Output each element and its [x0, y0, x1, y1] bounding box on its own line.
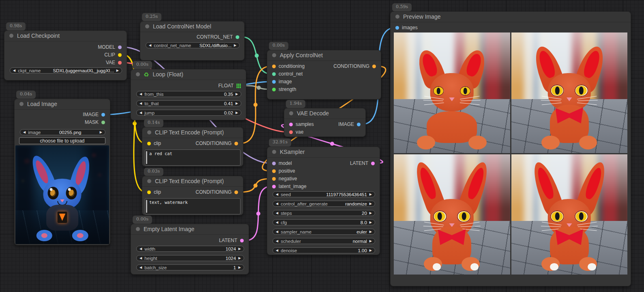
- node-clip-text-encode-negative[interactable]: 0.03s CLIP Text Encode (Prompt) clip CON…: [142, 176, 243, 215]
- prev-arrow-icon[interactable]: ◀: [140, 266, 142, 269]
- input-dot-clip[interactable]: [147, 190, 151, 194]
- prev-arrow-icon[interactable]: ◀: [23, 131, 26, 134]
- seed-widget[interactable]: ◀seed1119775536436451▶: [273, 191, 375, 197]
- to-that-widget[interactable]: ◀to_that0.41▶: [136, 100, 241, 106]
- from-this-widget[interactable]: ◀from_this0.35▶: [136, 91, 241, 97]
- input-dot-vae[interactable]: [289, 130, 293, 134]
- preview-image-2[interactable]: [511, 32, 628, 153]
- output-dot-latent[interactable]: [371, 162, 375, 165]
- prompt-text-area[interactable]: a red cat: [145, 149, 240, 166]
- prev-arrow-icon[interactable]: ◀: [140, 247, 142, 251]
- collapse-dot[interactable]: [136, 227, 140, 231]
- collapse-dot[interactable]: [9, 34, 13, 38]
- input-dot-images[interactable]: [395, 26, 399, 30]
- input-dot-conditioning[interactable]: [272, 65, 276, 68]
- next-arrow-icon[interactable]: ▶: [369, 221, 372, 224]
- prev-arrow-icon[interactable]: ◀: [13, 69, 15, 72]
- input-dot-samples[interactable]: [289, 123, 293, 126]
- loaded-image-preview[interactable]: [15, 145, 109, 244]
- image-file-widget[interactable]: ◀ image 00255.png ▶: [20, 129, 105, 135]
- collapse-dot[interactable]: [395, 15, 399, 19]
- output-dot-conditioning[interactable]: [372, 65, 376, 68]
- node-apply-controlnet[interactable]: 0.00s Apply ControlNet conditioning cont…: [267, 50, 381, 99]
- prev-arrow-icon[interactable]: ◀: [140, 111, 142, 115]
- next-arrow-icon[interactable]: ▶: [116, 69, 119, 72]
- next-arrow-icon[interactable]: ▶: [369, 240, 372, 243]
- next-arrow-icon[interactable]: ▶: [236, 102, 238, 105]
- control-net-name-widget[interactable]: ◀ control_net_name SDXL/diffusio... ▶: [146, 42, 240, 48]
- prev-arrow-icon[interactable]: ◀: [276, 221, 278, 224]
- next-arrow-icon[interactable]: ▶: [100, 131, 102, 134]
- scheduler-widget[interactable]: ◀schedulernormal▶: [273, 238, 375, 244]
- next-arrow-icon[interactable]: ▶: [238, 257, 241, 260]
- prev-arrow-icon[interactable]: ◀: [276, 249, 278, 252]
- node-ksampler[interactable]: 32.91s KSampler model positive negative …: [267, 147, 380, 255]
- output-dot-conditioning[interactable]: [234, 142, 238, 145]
- next-arrow-icon[interactable]: ▶: [236, 93, 238, 96]
- next-arrow-icon[interactable]: ▶: [238, 247, 241, 251]
- input-dot-model[interactable]: [272, 162, 276, 165]
- next-arrow-icon[interactable]: ▶: [369, 249, 372, 252]
- prev-arrow-icon[interactable]: ◀: [140, 93, 142, 96]
- node-load-controlnet-model[interactable]: 0.25s Load ControlNet Model CONTROL_NET …: [140, 21, 245, 61]
- input-dot-image[interactable]: [272, 80, 276, 84]
- prev-arrow-icon[interactable]: ◀: [276, 193, 278, 196]
- textarea-scrollbar[interactable]: [146, 200, 147, 213]
- preview-image-1[interactable]: [394, 32, 510, 153]
- preview-image-3[interactable]: [394, 154, 510, 275]
- collapse-dot[interactable]: [272, 53, 276, 57]
- collapse-dot[interactable]: [272, 150, 276, 154]
- textarea-scrollbar[interactable]: [146, 151, 147, 164]
- steps-widget[interactable]: ◀steps20▶: [273, 210, 375, 216]
- node-load-checkpoint[interactable]: 0.98s Load Checkpoint MODEL CLIP VAE ◀ c…: [4, 30, 127, 80]
- node-loop-float[interactable]: 0.00s ♻Loop (Float) FLOAT ◀from_this0.35…: [131, 69, 246, 120]
- output-dot-conditioning[interactable]: [234, 190, 238, 194]
- prev-arrow-icon[interactable]: ◀: [140, 102, 142, 105]
- output-dot-control-net[interactable]: [236, 35, 239, 39]
- input-dot-latent-image[interactable]: [272, 185, 276, 188]
- sampler-name-widget[interactable]: ◀sampler_nameeuler▶: [273, 229, 375, 235]
- output-dot-latent[interactable]: [240, 239, 244, 242]
- input-dot-control-net[interactable]: [272, 72, 276, 76]
- float-grid-icon[interactable]: [236, 84, 241, 88]
- node-clip-text-encode-positive[interactable]: 0.14s CLIP Text Encode (Prompt) clip CON…: [142, 127, 243, 167]
- prev-arrow-icon[interactable]: ◀: [276, 240, 278, 243]
- ckpt-name-widget[interactable]: ◀ ckpt_name SDXL/juggernautXL_juggXI... …: [10, 67, 122, 74]
- node-graph-canvas[interactable]: 0.98s Load Checkpoint MODEL CLIP VAE ◀ c…: [0, 0, 644, 292]
- output-dot-vae[interactable]: [118, 61, 122, 65]
- output-dot-mask[interactable]: [101, 121, 105, 124]
- choose-file-button[interactable]: choose file to upload: [19, 137, 105, 144]
- node-empty-latent-image[interactable]: 0.00s Empty Latent Image LATENT ◀width10…: [131, 224, 249, 275]
- prev-arrow-icon[interactable]: ◀: [276, 202, 278, 205]
- collapse-dot[interactable]: [289, 111, 293, 115]
- prompt-text-area[interactable]: text, watermark: [145, 198, 240, 214]
- node-preview-image[interactable]: 0.59s Preview Image images: [390, 11, 631, 286]
- next-arrow-icon[interactable]: ▶: [369, 193, 372, 196]
- output-dot-clip[interactable]: [118, 53, 122, 57]
- collapse-dot[interactable]: [147, 179, 151, 183]
- input-dot-strength[interactable]: [272, 88, 276, 91]
- output-dot-model[interactable]: [118, 45, 122, 49]
- node-vae-decode[interactable]: 1.94s VAE Decode samples vae IMAGE: [284, 108, 366, 137]
- prev-arrow-icon[interactable]: ◀: [149, 44, 151, 47]
- prev-arrow-icon[interactable]: ◀: [140, 257, 142, 260]
- width-widget[interactable]: ◀width1024▶: [136, 246, 244, 252]
- input-dot-negative[interactable]: [272, 177, 276, 181]
- input-dot-clip[interactable]: [147, 142, 151, 145]
- next-arrow-icon[interactable]: ▶: [369, 202, 372, 205]
- output-dot-image[interactable]: [357, 123, 361, 126]
- control-after-generate-widget[interactable]: ◀control_after_generaterandomize▶: [273, 201, 375, 207]
- collapse-dot[interactable]: [19, 102, 24, 106]
- output-dot-image[interactable]: [101, 113, 105, 117]
- collapse-dot[interactable]: [147, 130, 151, 134]
- preview-image-4[interactable]: [511, 154, 628, 275]
- height-widget[interactable]: ◀height1024▶: [136, 255, 244, 261]
- next-arrow-icon[interactable]: ▶: [238, 266, 241, 269]
- node-load-image[interactable]: 0.04s Load Image IMAGE MASK ◀ image 0025…: [14, 99, 110, 245]
- collapse-dot[interactable]: [145, 24, 149, 28]
- cfg-widget[interactable]: ◀cfg8.0▶: [273, 219, 375, 225]
- next-arrow-icon[interactable]: ▶: [369, 230, 372, 234]
- input-dot-positive[interactable]: [272, 169, 276, 173]
- prev-arrow-icon[interactable]: ◀: [276, 212, 278, 215]
- next-arrow-icon[interactable]: ▶: [234, 44, 236, 47]
